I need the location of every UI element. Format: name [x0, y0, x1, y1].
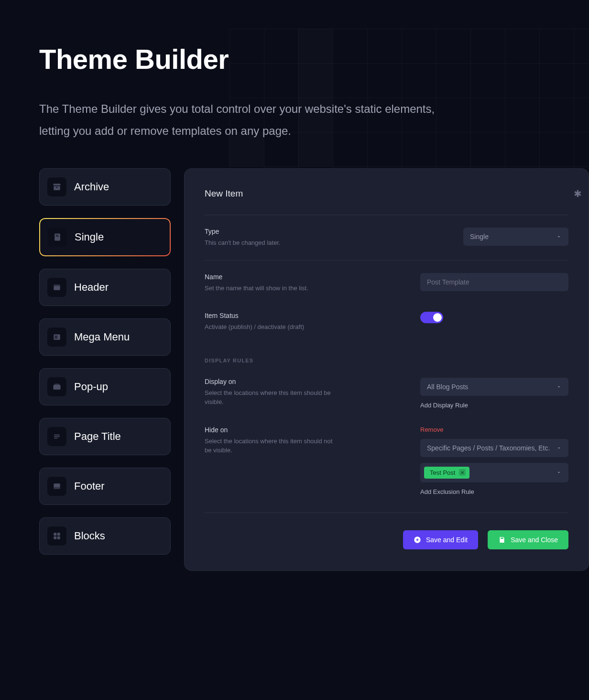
hide-on-value: Specific Pages / Posts / Taxonomies, Etc… [427, 444, 550, 452]
add-display-rule-link[interactable]: Add Display Rule [420, 402, 568, 409]
sidebar-item-single[interactable]: Single [39, 218, 171, 256]
document-icon [48, 228, 67, 247]
hide-on-select[interactable]: Specific Pages / Posts / Taxonomies, Etc… [420, 439, 568, 457]
chevron-down-icon [556, 234, 562, 240]
svg-rect-1 [54, 186, 60, 190]
svg-rect-15 [54, 438, 58, 439]
edit-icon [414, 536, 421, 544]
display-on-hint: Select the locations where this item sho… [205, 388, 338, 407]
svg-rect-4 [56, 235, 58, 235]
tag-chip: Test Post ✕ [424, 467, 469, 479]
chevron-down-icon [556, 470, 562, 475]
sidebar-item-blocks[interactable]: Blocks [39, 517, 171, 555]
name-input[interactable]: Post Template [420, 273, 568, 291]
name-hint: Set the name that will show in the list. [205, 284, 338, 293]
archive-icon [47, 177, 66, 197]
sidebar-item-label: Header [74, 281, 109, 294]
svg-rect-17 [54, 487, 60, 489]
page-description: The Theme Builder gives you total contro… [39, 98, 455, 142]
name-placeholder: Post Template [427, 278, 469, 286]
type-value: Single [470, 233, 489, 241]
svg-rect-10 [56, 336, 57, 339]
hide-on-tag-select[interactable]: Test Post ✕ [420, 463, 568, 482]
svg-rect-18 [54, 533, 56, 536]
svg-rect-14 [54, 436, 60, 437]
pagetitle-icon [47, 427, 66, 446]
svg-rect-5 [56, 236, 59, 237]
save-and-close-button[interactable]: Save and Close [488, 530, 568, 549]
sidebar-item-label: Footer [74, 480, 105, 492]
blocks-icon [47, 526, 66, 546]
new-item-panel: New Item ✱ Type This can't be changed la… [184, 168, 589, 571]
megamenu-icon [47, 328, 66, 347]
svg-rect-7 [54, 284, 60, 286]
popup-icon [47, 377, 66, 396]
status-label: Item Status [205, 312, 338, 319]
hide-on-hint: Select the locations where this item sho… [205, 437, 338, 455]
sidebar-item-page-title[interactable]: Page Title [39, 418, 171, 455]
status-toggle[interactable] [420, 312, 443, 323]
sidebar-item-label: Pop-up [74, 381, 108, 393]
hide-on-label: Hide on [205, 426, 338, 434]
save-icon [498, 536, 506, 544]
sidebar-item-label: Page Title [74, 430, 121, 443]
toggle-knob [433, 313, 442, 322]
sidebar-item-mega-menu[interactable]: Mega Menu [39, 318, 171, 356]
svg-rect-9 [55, 336, 56, 339]
chevron-down-icon [556, 445, 562, 451]
name-label: Name [205, 273, 338, 281]
sidebar-item-label: Blocks [74, 530, 105, 542]
status-hint: Activate (publish) / deactivate (draft) [205, 322, 338, 332]
save-close-label: Save and Close [511, 536, 558, 544]
sidebar: Archive Single Header Mega Menu Pop-up [39, 168, 171, 571]
add-exclusion-rule-link[interactable]: Add Exclusion Rule [420, 488, 568, 495]
sidebar-item-archive[interactable]: Archive [39, 168, 171, 206]
svg-rect-3 [55, 234, 60, 241]
svg-rect-12 [55, 384, 59, 388]
sidebar-item-header[interactable]: Header [39, 269, 171, 306]
header-icon [47, 278, 66, 297]
save-edit-label: Save and Edit [426, 536, 468, 544]
sidebar-item-label: Mega Menu [74, 331, 130, 343]
sidebar-item-footer[interactable]: Footer [39, 468, 171, 505]
display-on-label: Display on [205, 378, 338, 385]
chevron-down-icon [556, 384, 562, 390]
svg-rect-13 [54, 435, 60, 436]
close-icon[interactable]: ✱ [574, 188, 582, 199]
type-hint: This can't be changed later. [205, 238, 338, 248]
save-and-edit-button[interactable]: Save and Edit [403, 530, 478, 549]
sidebar-item-label: Archive [74, 181, 109, 193]
footer-icon [47, 477, 66, 496]
svg-rect-0 [54, 184, 61, 186]
page-title: Theme Builder [39, 43, 589, 75]
sidebar-item-label: Single [75, 231, 104, 243]
tag-label: Test Post [430, 469, 455, 476]
remove-tag-icon[interactable]: ✕ [459, 469, 466, 476]
display-on-value: All Blog Posts [427, 383, 468, 391]
svg-rect-20 [54, 536, 56, 539]
display-on-select[interactable]: All Blog Posts [420, 378, 568, 396]
svg-rect-19 [57, 533, 60, 536]
display-rules-section-label: DISPLAY RULES [205, 344, 568, 365]
panel-title: New Item [205, 188, 243, 199]
type-label: Type [205, 228, 338, 235]
remove-link[interactable]: Remove [420, 426, 568, 433]
sidebar-item-popup[interactable]: Pop-up [39, 368, 171, 405]
svg-rect-21 [57, 536, 60, 539]
type-select[interactable]: Single [463, 228, 568, 246]
svg-rect-2 [56, 187, 57, 188]
